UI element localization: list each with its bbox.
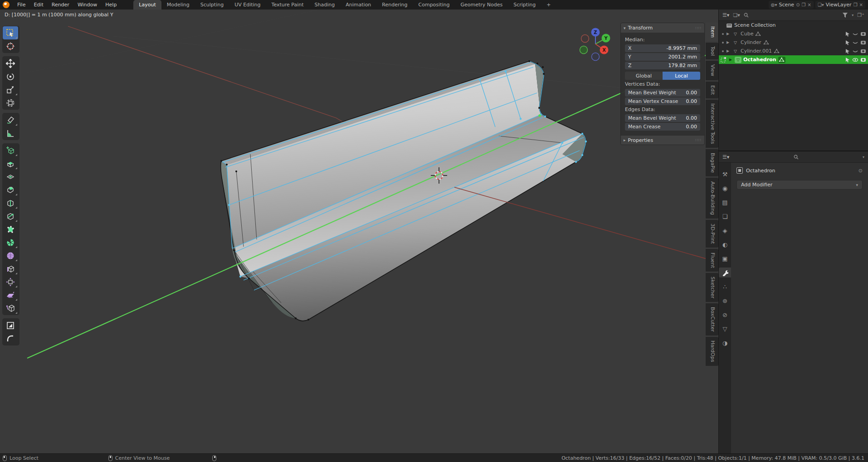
viewport-3d[interactable]: D: [1000|] = 1 m (1000 mm) along global … (0, 10, 718, 453)
viewlayer-selector[interactable]: ❏▾ ViewLayer ❐ × (815, 1, 865, 9)
workspace-tab-scripting[interactable]: Scripting (508, 0, 541, 10)
tool-annotate[interactable] (3, 113, 18, 126)
pin-icon[interactable]: ⊙ (796, 2, 800, 7)
navigation-gizmo[interactable]: Z Y X (580, 28, 610, 61)
tool-edge-slide[interactable] (3, 262, 18, 275)
mean-vertex-crease-field[interactable]: Mean Vertex Crease 0.00 (625, 97, 700, 105)
selectable-icon[interactable] (845, 57, 850, 63)
workspace-tab-shading[interactable]: Shading (309, 0, 341, 10)
sidebar-tab-3d-print[interactable]: 3D-Print (706, 220, 718, 248)
tool-rotate[interactable] (3, 70, 18, 83)
outliner-search[interactable] (744, 13, 839, 18)
sidebar-tab-auto-building[interactable]: Auto-Building (706, 178, 718, 219)
outliner-row-cube[interactable]: ▶ ▽ Cube (719, 29, 868, 38)
tool-boxcutter[interactable] (3, 319, 18, 332)
menu-render[interactable]: Render (48, 0, 73, 9)
new-scene-icon[interactable]: ❐ (802, 2, 806, 7)
tool-spin[interactable] (3, 236, 18, 249)
menu-window[interactable]: Window (73, 0, 101, 9)
tool-loop-cut[interactable] (3, 196, 18, 209)
sidebar-tab-edit[interactable]: Edit (706, 82, 718, 98)
gizmo-axis-neg-x[interactable] (581, 35, 589, 43)
tool-bevel[interactable] (3, 183, 18, 196)
workspace-tab-modeling[interactable]: Modeling (161, 0, 195, 10)
tab-physics[interactable]: ⊚ (719, 296, 731, 306)
tab-view-layer[interactable]: ❏ (719, 211, 731, 221)
filter-icon[interactable] (843, 13, 848, 18)
tool-hardops[interactable] (3, 332, 18, 345)
sidebar-tab-view[interactable]: View (706, 61, 718, 80)
mean-bevel-weight-vertex-field[interactable]: Mean Bevel Weight 0.00 (625, 89, 700, 97)
add-modifier-button[interactable]: Add Modifier ▾ (736, 180, 863, 190)
tool-add-cube[interactable] (3, 144, 18, 157)
sidebar-tab-bagapie[interactable]: BagaPie (706, 149, 718, 176)
tab-scene[interactable]: ◈ (719, 225, 731, 235)
tool-scale[interactable] (3, 83, 18, 96)
camera-visibility-icon[interactable] (860, 40, 866, 45)
menu-edit[interactable]: Edit (29, 0, 47, 9)
tool-rip-region[interactable] (3, 302, 18, 315)
workspace-tab-compositing[interactable]: Compositing (413, 0, 455, 10)
tool-smooth[interactable] (3, 249, 18, 262)
panel-grip-icon[interactable]: ∷∷ (696, 138, 702, 142)
hide-icon[interactable] (852, 49, 858, 54)
outliner-row-cylinder-001[interactable]: ▶ ▽ Cylinder.001 (719, 47, 868, 55)
selectable-icon[interactable] (845, 49, 850, 54)
editor-type-icon[interactable]: ☰▾ (722, 12, 729, 18)
workspace-tab-sculpting[interactable]: Sculpting (195, 0, 229, 10)
workspace-tab-animation[interactable]: Animation (340, 0, 376, 10)
selectable-icon[interactable] (845, 40, 850, 45)
sidebar-tab-tool[interactable]: Tool (706, 43, 718, 59)
workspace-tab-add[interactable]: + (541, 0, 556, 10)
median-x-field[interactable]: X -8.9957 mm (625, 44, 700, 52)
blender-logo-icon[interactable] (3, 1, 10, 8)
outliner-row-octahedron[interactable]: ▶ ▽ Octahedron (719, 55, 868, 64)
workspace-tab-uv-editing[interactable]: UV Editing (229, 0, 266, 10)
workspace-tab-layout[interactable]: Layout (133, 0, 161, 10)
camera-visibility-icon[interactable] (860, 49, 866, 53)
tab-output[interactable]: ▤ (719, 197, 731, 207)
show-icon[interactable] (852, 57, 858, 63)
outliner-row-scene-collection[interactable]: Scene Collection (719, 21, 868, 29)
options-dropdown-icon[interactable]: ▾ (863, 155, 864, 159)
sidebar-tab-item[interactable]: Item (706, 23, 718, 41)
tab-material[interactable]: ◑ (719, 338, 731, 348)
hide-icon[interactable] (852, 31, 858, 37)
tab-constraints[interactable]: ⊘ (719, 310, 731, 320)
tab-particles[interactable]: ∴ (719, 282, 731, 292)
tab-modifiers[interactable] (719, 267, 731, 277)
sidebar-tab-fluent[interactable]: Fluent (706, 249, 718, 272)
workspace-tab-geometry-nodes[interactable]: Geometry Nodes (455, 0, 508, 10)
workspace-tab-rendering[interactable]: Rendering (376, 0, 413, 10)
tool-poly-build[interactable] (3, 223, 18, 236)
expand-icon[interactable]: ▶ (726, 49, 730, 53)
tool-extrude-region[interactable] (3, 157, 18, 170)
tool-move[interactable] (3, 57, 18, 70)
tool-select-box[interactable] (3, 26, 18, 39)
tool-inset-faces[interactable] (3, 170, 18, 183)
median-z-field[interactable]: Z 179.82 mm (625, 62, 700, 69)
expand-icon[interactable]: ▶ (728, 58, 733, 62)
selectable-icon[interactable] (845, 31, 850, 37)
tool-knife[interactable] (3, 209, 18, 223)
editor-type-icon[interactable]: ☰▾ (722, 154, 729, 160)
panel-grip-icon[interactable]: ∷∷ (696, 26, 702, 30)
sidebar-tab-sketcher[interactable]: Sketcher (706, 273, 718, 302)
tab-render[interactable]: ◉ (719, 183, 731, 193)
tab-world[interactable]: ◐ (719, 239, 731, 249)
camera-visibility-icon[interactable] (860, 57, 866, 62)
expand-icon[interactable]: ▶ (726, 32, 730, 36)
tab-object[interactable]: ▣ (719, 253, 731, 263)
new-viewlayer-icon[interactable]: ❐ (853, 2, 858, 7)
filter-dropdown-icon[interactable]: ▾ (852, 13, 853, 17)
mean-crease-field[interactable]: Mean Crease 0.00 (625, 123, 700, 131)
menu-help[interactable]: Help (101, 0, 121, 9)
sidebar-tab-boxcutter[interactable]: BoxCutter (706, 303, 718, 336)
scene-selector[interactable]: ◍▾ Scene ⊙ ❐ × (769, 1, 814, 9)
close-icon[interactable]: × (859, 2, 863, 7)
mean-bevel-weight-edge-field[interactable]: Mean Bevel Weight 0.00 (625, 114, 700, 122)
menu-file[interactable]: File (13, 0, 29, 9)
tool-measure[interactable] (3, 126, 18, 140)
tool-shear[interactable] (3, 288, 18, 302)
gizmo-axis-neg-z[interactable] (592, 53, 600, 61)
